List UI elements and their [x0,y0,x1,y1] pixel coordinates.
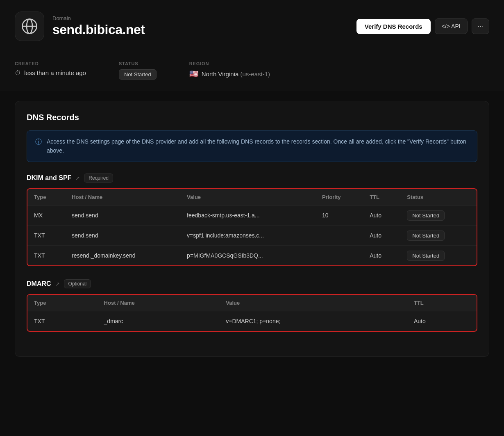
dkim-required-badge: Required [84,173,113,183]
row-value: v=spf1 include:amazonses.c... [180,225,316,245]
dmarc-title: DMARC [27,280,51,288]
created-meta: CREATED ⏱ less than a minute ago [15,61,86,76]
table-row: TXT _dmarc v=DMARC1; p=none; Auto [27,311,477,331]
flag-icon: 🇺🇸 [189,69,198,78]
row-ttl: Auto [363,205,400,225]
dkim-title: DKIM and SPF [27,174,71,182]
dmarc-table-body: TXT _dmarc v=DMARC1; p=none; Auto [27,311,477,331]
row-ttl: Auto [407,311,477,331]
dmarc-external-link-icon[interactable]: ↗ [55,281,60,287]
main-content: DNS Records ⓘ Access the DNS settings pa… [0,91,504,367]
status-value: Not Started [119,69,157,80]
col-type: Type [27,189,65,205]
row-value: feedback-smtp.us-east-1.a... [180,205,316,225]
info-icon: ⓘ [35,138,42,146]
row-type: TXT [27,311,98,331]
dkim-section-header: DKIM and SPF ↗ Required [27,173,477,183]
row-status: Not Started [400,205,477,225]
col-host: Host / Name [65,189,180,205]
col-priority: Priority [316,189,363,205]
not-started-badge: Not Started [407,210,445,221]
region-label: REGION [189,61,270,66]
api-button[interactable]: </> API [435,18,468,34]
col-value: Value [219,295,407,311]
domain-label: Domain [52,15,356,21]
row-ttl: Auto [363,245,400,265]
col-ttl: TTL [407,295,477,311]
row-type: TXT [27,225,65,245]
clock-icon: ⏱ [15,69,21,76]
col-value: Value [180,189,316,205]
col-type: Type [27,295,98,311]
row-host: send.send [65,225,180,245]
col-host: Host / Name [98,295,220,311]
row-host: resend._domainkey.send [65,245,180,265]
not-started-badge: Not Started [407,231,445,241]
region-value: 🇺🇸 North Virginia (us-east-1) [189,69,270,78]
row-value: p=MIGfMA0GCSqGSIb3DQ... [180,245,316,265]
row-host: send.send [65,205,180,225]
table-row: TXT send.send v=spf1 include:amazonses.c… [27,225,477,245]
row-type: MX [27,205,65,225]
dmarc-table: Type Host / Name Value TTL TXT _dmarc v=… [27,294,477,332]
row-value: v=DMARC1; p=none; [219,311,407,331]
verify-dns-button[interactable]: Verify DNS Records [356,19,431,34]
domain-name: send.bibica.net [52,22,356,37]
row-priority: 10 [316,205,363,225]
status-meta: STATUS Not Started [119,61,157,80]
api-button-label: </> API [442,23,461,30]
dns-card: DNS Records ⓘ Access the DNS settings pa… [15,101,489,357]
app-icon [15,11,44,41]
row-type: TXT [27,245,65,265]
region-code: (us-east-1) [240,71,270,78]
header-actions: Verify DNS Records </> API ··· [356,18,489,34]
header: Domain send.bibica.net Verify DNS Record… [0,0,504,51]
region-name: North Virginia (us-east-1) [202,71,270,78]
row-status: Not Started [400,245,477,265]
dkim-external-link-icon[interactable]: ↗ [75,175,80,181]
dkim-table-header: Type Host / Name Value Priority TTL Stat… [27,189,477,205]
meta-row: CREATED ⏱ less than a minute ago STATUS … [0,51,504,91]
globe-icon [21,18,38,35]
table-row: MX send.send feedback-smtp.us-east-1.a..… [27,205,477,225]
created-value: ⏱ less than a minute ago [15,69,86,76]
status-badge: Not Started [119,69,157,80]
row-status: Not Started [400,225,477,245]
col-status: Status [400,189,477,205]
created-text: less than a minute ago [24,69,86,76]
created-label: CREATED [15,61,86,66]
row-host: _dmarc [98,311,220,331]
dkim-table-body: MX send.send feedback-smtp.us-east-1.a..… [27,205,477,265]
info-text: Access the DNS settings page of the DNS … [47,137,469,155]
dns-records-title: DNS Records [27,113,477,122]
dkim-header-row: Type Host / Name Value Priority TTL Stat… [27,189,477,205]
row-ttl: Auto [363,225,400,245]
table-row: TXT resend._domainkey.send p=MIGfMA0GCSq… [27,245,477,265]
more-button[interactable]: ··· [472,18,489,34]
dmarc-optional-badge: Optional [64,279,91,288]
dmarc-section-header: DMARC ↗ Optional [27,279,477,288]
status-label: STATUS [119,61,157,66]
row-priority [316,225,363,245]
dmarc-header-row: Type Host / Name Value TTL [27,295,477,311]
col-ttl: TTL [363,189,400,205]
row-priority [316,245,363,265]
region-meta: REGION 🇺🇸 North Virginia (us-east-1) [189,61,270,78]
dmarc-table-header: Type Host / Name Value TTL [27,295,477,311]
not-started-badge: Not Started [407,251,445,261]
header-title-block: Domain send.bibica.net [52,15,356,37]
info-banner: ⓘ Access the DNS settings page of the DN… [27,130,477,162]
dkim-table: Type Host / Name Value Priority TTL Stat… [27,188,477,266]
